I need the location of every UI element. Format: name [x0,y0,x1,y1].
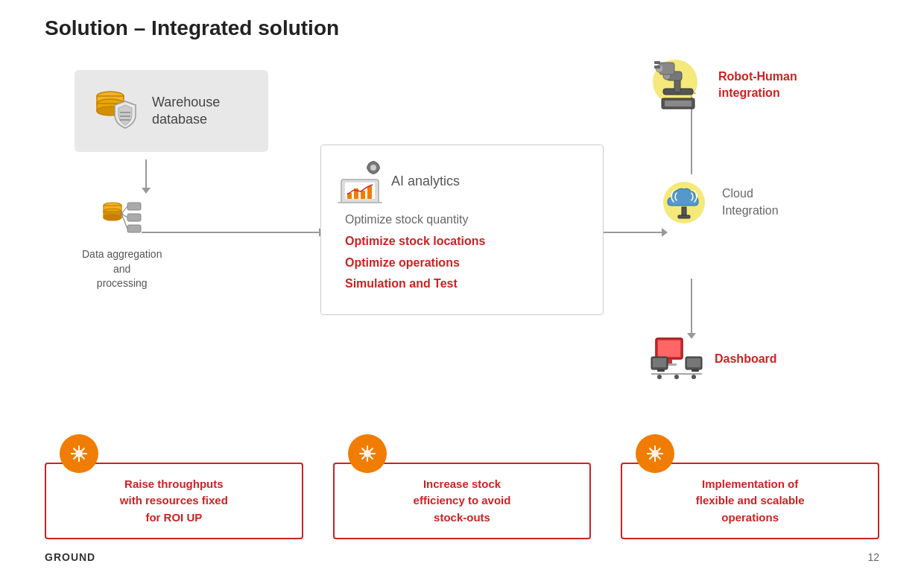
svg-rect-25 [367,186,372,199]
svg-point-58 [657,375,662,379]
svg-rect-55 [687,358,700,367]
ai-item-3: Simulation and Test [345,276,586,292]
cloud-section: Cloud Integration [656,174,779,230]
svg-line-66 [74,448,76,451]
robot-section: Robot-Human integration [648,55,797,115]
svg-rect-31 [377,166,380,169]
svg-rect-41 [654,66,660,69]
data-aggregation-icon [96,189,148,241]
svg-line-69 [74,457,76,459]
ai-analytics-box: AI analytics Optimize stock quantity Opt… [320,145,604,315]
bottom-cards: Raise throughputs with resources fixed f… [45,442,879,540]
svg-point-19 [120,212,123,215]
arrow-down-1 [145,159,147,189]
svg-point-59 [674,375,679,379]
arrow-down-cloud-to-dashboard [691,279,692,334]
card-icon-2 [636,434,674,473]
svg-rect-46 [678,215,690,218]
svg-rect-32 [338,202,382,203]
bottom-card-0: Raise throughputs with resources fixed f… [45,442,303,540]
svg-line-87 [650,457,652,459]
cloud-icon [656,174,712,230]
cloud-label: Cloud Integration [722,185,779,219]
svg-point-60 [692,375,696,379]
svg-point-12 [104,215,121,220]
dashboard-section: Dashboard [648,331,777,387]
bottom-card-2: Implementation of flexible and scalable … [621,442,879,540]
svg-rect-28 [372,161,375,164]
ground-label: GROUND [45,551,95,563]
svg-line-85 [658,457,660,459]
svg-line-78 [362,457,364,459]
dashboard-icon [648,331,704,387]
ai-header: AI analytics [338,159,586,203]
svg-rect-30 [367,166,370,169]
page-number: 12 [867,551,879,563]
svg-line-67 [82,457,84,459]
svg-rect-52 [653,358,666,367]
svg-rect-24 [361,191,365,199]
ai-item-2: Optimize operations [345,255,586,271]
robot-icon [648,55,708,115]
page-title: Solution – Integrated solution [0,0,924,48]
svg-line-75 [362,448,364,451]
svg-rect-56 [692,369,699,372]
card-content-0: Raise throughputs with resources fixed f… [45,463,303,540]
arrow-right-1 [142,232,320,233]
svg-rect-15 [127,225,141,232]
warehouse-icon [89,85,142,137]
svg-rect-13 [127,203,141,210]
svg-rect-29 [372,171,375,174]
ai-item-0: Optimize stock quantity [345,212,586,228]
arrow-right-2 [604,232,663,233]
svg-line-77 [370,448,373,451]
svg-line-86 [658,448,660,451]
svg-rect-40 [654,61,660,64]
main-content: Warehouse database [0,48,924,569]
card-icon-1 [348,434,387,473]
warehouse-label: Warehouse database [152,94,220,129]
bottom-card-1: Increase stock efficiency to avoid stock… [333,442,592,540]
robot-label: Robot-Human integration [718,69,797,102]
card-icon-0 [60,434,98,473]
data-aggregation-section: Data aggregation and processing [82,189,162,291]
svg-line-84 [650,448,652,451]
svg-point-27 [370,165,376,171]
card-content-2: Implementation of flexible and scalable … [621,463,879,540]
card-content-1: Increase stock efficiency to avoid stock… [333,463,592,540]
svg-rect-14 [127,214,141,221]
svg-rect-53 [657,369,665,372]
data-aggregation-label: Data aggregation and processing [82,247,162,291]
svg-line-68 [82,448,84,451]
svg-rect-43 [665,101,692,107]
svg-line-76 [370,457,373,459]
svg-rect-48 [658,340,680,357]
ai-item-1: Optimize stock locations [345,234,586,250]
dashboard-label: Dashboard [715,352,777,366]
ai-analytics-icon [338,159,382,203]
ai-analytics-title: AI analytics [391,174,460,189]
warehouse-box: Warehouse database [75,70,268,152]
ai-items-list: Optimize stock quantity Optimize stock l… [338,212,586,292]
